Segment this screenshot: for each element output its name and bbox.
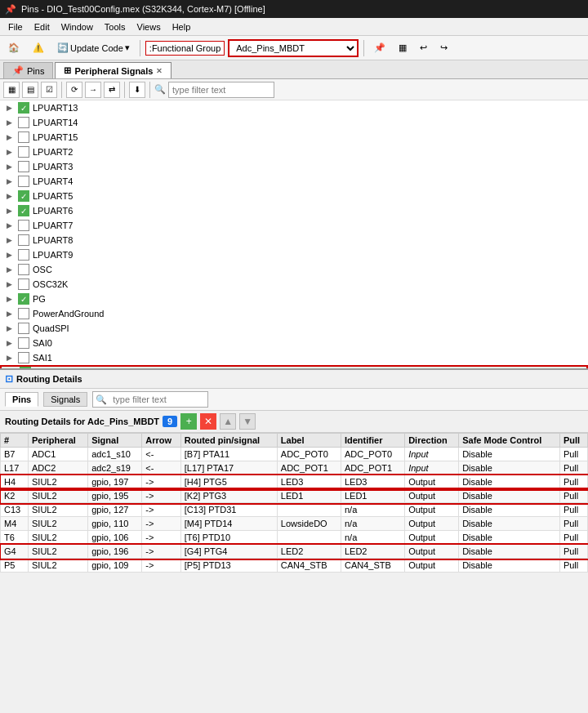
filter-input[interactable] xyxy=(168,82,274,98)
functional-group-label: :Functional Group xyxy=(145,41,225,56)
table-cell: [B7] PTA11 xyxy=(180,448,277,461)
tab-close-button[interactable]: ✕ xyxy=(156,67,163,75)
tree-item[interactable]: ▶LPUART2 xyxy=(0,145,588,159)
tree-item[interactable]: ▶LPUART4 xyxy=(0,174,588,189)
tree-checkbox[interactable]: ✓ xyxy=(18,102,29,114)
tree-checkbox[interactable]: ✓ xyxy=(18,293,29,305)
tree-checkbox[interactable] xyxy=(18,279,29,290)
menu-edit[interactable]: Edit xyxy=(29,20,55,33)
table-row[interactable]: C13SIUL2gpio, 127->[C13] PTD31n/aOutputD… xyxy=(1,503,588,517)
expand-all-button[interactable]: ▦ xyxy=(3,82,20,98)
tree-item[interactable]: ▶OSC32K xyxy=(0,277,588,292)
tab-pins-routing[interactable]: Pins xyxy=(5,392,38,407)
tree-item[interactable]: ▶SAI0 xyxy=(0,336,588,350)
table-cell: SIUL2 xyxy=(29,531,88,545)
tree-panel[interactable]: ▶✓LPUART13▶LPUART14▶LPUART15▶LPUART2▶LPU… xyxy=(0,100,588,370)
separator-5 xyxy=(149,82,150,98)
tree-checkbox[interactable] xyxy=(18,352,29,363)
up-routing-button[interactable]: ▲ xyxy=(220,413,236,430)
arrow-cycle-button[interactable]: ⇄ xyxy=(104,82,120,98)
refresh-button[interactable]: ⟳ xyxy=(66,82,82,98)
table-cell: LowsideDO xyxy=(277,517,341,531)
add-routing-button[interactable]: + xyxy=(180,413,197,430)
tree-item[interactable]: ▶SAI1 xyxy=(0,350,588,365)
tree-item[interactable]: ▶✓SIUL2 xyxy=(0,365,588,370)
menu-views[interactable]: Views xyxy=(132,20,166,33)
tree-item[interactable]: ▶PowerAndGround xyxy=(0,306,588,321)
table-cell: Input xyxy=(405,448,459,461)
menu-help[interactable]: Help xyxy=(167,20,196,33)
filter-box[interactable]: 🔍 xyxy=(92,391,208,408)
table-cell: LED3 xyxy=(277,475,341,489)
update-icon: 🔄 xyxy=(57,42,69,53)
tree-item[interactable]: ▶✓LPUART13 xyxy=(0,100,588,115)
tab-peripheral-signals[interactable]: ⊞ Peripheral Signals ✕ xyxy=(55,62,172,78)
col-identifier: Identifier xyxy=(341,434,404,448)
tab-pins[interactable]: 📌 Pins xyxy=(3,62,53,78)
tree-checkbox[interactable] xyxy=(18,323,29,334)
tree-item[interactable]: ▶LPUART3 xyxy=(0,159,588,174)
tree-item[interactable]: ▶✓LPUART5 xyxy=(0,189,588,203)
down-routing-button[interactable]: ▼ xyxy=(239,413,256,430)
separator-4 xyxy=(124,82,125,98)
collapse-all-button[interactable]: ▤ xyxy=(22,82,38,98)
tree-item[interactable]: ▶LPUART14 xyxy=(0,115,588,130)
import-button[interactable]: ⬇ xyxy=(129,82,145,98)
table-cell: Input xyxy=(405,461,459,475)
tree-item-label: LPUART15 xyxy=(33,132,78,142)
grid-button[interactable]: ▦ xyxy=(394,39,412,57)
tree-item[interactable]: ▶OSC xyxy=(0,262,588,277)
home-button[interactable]: 🏠 xyxy=(3,39,24,57)
table-row[interactable]: L17ADC2adc2_s19<-[L17] PTA17ADC_POT1ADC_… xyxy=(1,461,588,475)
tree-item[interactable]: ▶LPUART9 xyxy=(0,247,588,262)
tree-checkbox[interactable] xyxy=(18,117,29,128)
tree-checkbox[interactable] xyxy=(18,308,29,319)
tree-item[interactable]: ▶QuadSPI xyxy=(0,321,588,336)
tree-item[interactable]: ▶✓PG xyxy=(0,292,588,306)
tree-checkbox[interactable]: ✓ xyxy=(20,367,31,370)
table-cell: [P5] PTD13 xyxy=(180,559,277,573)
table-cell: SIUL2 xyxy=(29,517,88,531)
tree-checkbox[interactable] xyxy=(18,249,29,261)
check-button[interactable]: ☑ xyxy=(41,82,57,98)
table-row[interactable]: P5SIUL2gpio, 109->[P5] PTD13CAN4_STBCAN4… xyxy=(1,559,588,573)
table-row[interactable]: K2SIUL2gpio, 195->[K2] PTG3LED1LED1Outpu… xyxy=(1,489,588,503)
tree-item[interactable]: ▶LPUART8 xyxy=(0,233,588,247)
menu-tools[interactable]: Tools xyxy=(100,20,131,33)
redo-button[interactable]: ↪ xyxy=(435,39,452,57)
tree-item-label: OSC32K xyxy=(33,279,68,289)
table-row[interactable]: H4SIUL2gpio, 197->[H4] PTG5LED3LED3Outpu… xyxy=(1,475,588,489)
tree-checkbox[interactable] xyxy=(18,264,29,275)
tree-checkbox[interactable] xyxy=(18,131,29,143)
table-row[interactable]: T6SIUL2gpio, 106->[T6] PTD10n/aOutputDis… xyxy=(1,531,588,545)
tree-checkbox[interactable] xyxy=(18,161,29,172)
tree-item-label: PG xyxy=(33,294,46,304)
routing-header: ⊡ Routing Details xyxy=(0,370,588,389)
update-code-button[interactable]: 🔄 Update Code ▾ xyxy=(52,39,135,57)
menu-file[interactable]: File xyxy=(3,20,28,33)
tree-checkbox[interactable]: ✓ xyxy=(18,190,29,202)
tree-checkbox[interactable] xyxy=(18,234,29,246)
menu-window[interactable]: Window xyxy=(56,20,98,33)
tree-checkbox[interactable] xyxy=(18,146,29,158)
warning-button[interactable]: ⚠️ xyxy=(28,39,49,57)
undo-button[interactable]: ↩ xyxy=(415,39,432,57)
table-row[interactable]: B7ADC1adc1_s10<-[B7] PTA11ADC_POT0ADC_PO… xyxy=(1,448,588,461)
tree-checkbox[interactable] xyxy=(18,220,29,231)
tab-signals-routing[interactable]: Signals xyxy=(43,392,87,407)
remove-routing-button[interactable]: ✕ xyxy=(200,413,216,430)
pin-icon-button[interactable]: 📌 xyxy=(369,39,390,57)
tree-checkbox[interactable] xyxy=(18,337,29,349)
table-row[interactable]: G4SIUL2gpio, 196->[G4] PTG4LED2LED2Outpu… xyxy=(1,545,588,559)
tree-checkbox[interactable] xyxy=(18,176,29,187)
title-bar: 📌 Pins - DIO_Test00Config.mex (S32K344, … xyxy=(0,0,588,18)
tree-item[interactable]: ▶LPUART7 xyxy=(0,218,588,233)
routing-filter-input[interactable] xyxy=(109,394,207,404)
tree-item[interactable]: ▶✓LPUART6 xyxy=(0,203,588,218)
functional-group-select[interactable]: Adc_Pins_MBDT xyxy=(228,39,359,57)
tree-arrow-icon: ▶ xyxy=(7,118,16,127)
arrow-right-button[interactable]: → xyxy=(85,82,101,98)
table-row[interactable]: M4SIUL2gpio, 110->[M4] PTD14LowsideDOn/a… xyxy=(1,517,588,531)
tree-item[interactable]: ▶LPUART15 xyxy=(0,130,588,145)
tree-checkbox[interactable]: ✓ xyxy=(18,205,29,216)
